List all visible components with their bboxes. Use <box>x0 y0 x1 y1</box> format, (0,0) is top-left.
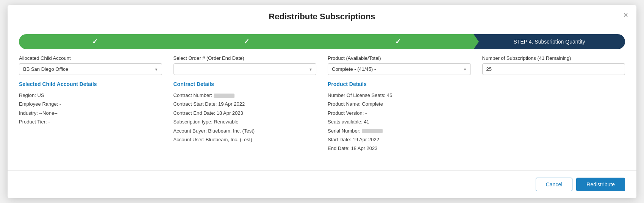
step-4: STEP 4. Subscription Quantity <box>474 34 625 49</box>
industry-text: Industry: --None-- <box>19 109 162 117</box>
product-details-col: Product Details Number Of License Seats:… <box>328 81 482 153</box>
allocated-label: Allocated Child Account <box>19 55 162 61</box>
form-row: Allocated Child Account BB San Diego Off… <box>8 55 636 75</box>
region-text: Region: US <box>19 91 162 100</box>
modal-title: Redistribute Subscriptions <box>269 12 375 22</box>
product-version-text: Product Version: - <box>328 109 471 117</box>
step-3-check: ✓ <box>395 37 401 46</box>
seats-available-text: Seats available: 41 <box>328 117 471 126</box>
product-section-title: Product Details <box>328 81 471 87</box>
modal-header: Redistribute Subscriptions × <box>8 5 636 27</box>
details-row: Selected Child Account Details Region: U… <box>8 81 636 153</box>
contract-number-redacted <box>214 94 234 98</box>
step-1: ✓ <box>19 34 170 49</box>
child-account-details: Region: US Employee Range: - Industry: -… <box>19 91 162 126</box>
employee-range-text: Employee Range: - <box>19 100 162 108</box>
product-tier-text: Product Tier: - <box>19 117 162 126</box>
subscriptions-col: Number of Subscriptions (41 Remaining) 2… <box>482 55 625 75</box>
child-account-details-col: Selected Child Account Details Region: U… <box>19 81 174 153</box>
subscriptions-input[interactable]: 25 <box>482 63 625 75</box>
product-select[interactable]: Complete - (41/45) - <box>328 63 471 75</box>
product-select-wrapper[interactable]: Complete - (41/45) - <box>328 63 471 75</box>
contract-end-text: Contract End Date: 18 Apr 2023 <box>174 109 317 117</box>
allocated-account-select[interactable]: BB San Diego Office <box>19 63 162 75</box>
license-seats-text: Number Of License Seats: 45 <box>328 91 471 100</box>
start-date-text: Start Date: 19 Apr 2022 <box>328 135 471 144</box>
cancel-button[interactable]: Cancel <box>536 178 573 191</box>
contract-details: Contract Number: Contract Start Date: 19… <box>174 91 317 144</box>
modal: Redistribute Subscriptions × ✓ ✓ ✓ STEP … <box>8 5 636 198</box>
contract-details-col: Contract Details Contract Number: Contra… <box>174 81 328 153</box>
contract-number-text: Contract Number: <box>174 91 317 100</box>
stepper: ✓ ✓ ✓ STEP 4. Subscription Quantity <box>19 34 625 49</box>
account-buyer-text: Account Buyer: Bluebeam, Inc. (Test) <box>174 126 317 135</box>
order-select[interactable] <box>174 63 317 75</box>
redistribute-button[interactable]: Redistribute <box>576 178 625 191</box>
order-col: Select Order # (Order End Date) <box>174 55 328 75</box>
empty-col <box>482 81 625 153</box>
end-date-text: End Date: 18 Apr 2023 <box>328 144 471 153</box>
step-3: ✓ <box>322 34 474 49</box>
subscription-type-text: Subscription type: Renewable <box>174 117 317 126</box>
order-label: Select Order # (Order End Date) <box>174 55 317 61</box>
allocated-account-col: Allocated Child Account BB San Diego Off… <box>19 55 174 75</box>
contract-section-title: Contract Details <box>174 81 317 87</box>
step-1-check: ✓ <box>92 37 98 46</box>
account-user-text: Account User: Bluebeam, Inc. (Test) <box>174 135 317 144</box>
serial-number-redacted <box>362 129 383 133</box>
step-4-label: STEP 4. Subscription Quantity <box>514 39 585 45</box>
serial-number-text: Serial Number: <box>328 126 471 135</box>
step-2: ✓ <box>170 34 322 49</box>
subscriptions-label: Number of Subscriptions (41 Remaining) <box>482 55 625 61</box>
product-col: Product (Available/Total) Complete - (41… <box>328 55 482 75</box>
product-name-text: Product Name: Complete <box>328 100 471 108</box>
product-details: Number Of License Seats: 45 Product Name… <box>328 91 471 153</box>
order-select-wrapper[interactable] <box>174 63 317 75</box>
step-2-check: ✓ <box>244 37 249 46</box>
close-button[interactable]: × <box>623 11 628 19</box>
contract-start-text: Contract Start Date: 19 Apr 2022 <box>174 100 317 108</box>
product-label: Product (Available/Total) <box>328 55 471 61</box>
allocated-account-select-wrapper[interactable]: BB San Diego Office <box>19 63 162 75</box>
child-account-section-title: Selected Child Account Details <box>19 81 162 87</box>
modal-footer: Cancel Redistribute <box>8 170 636 198</box>
